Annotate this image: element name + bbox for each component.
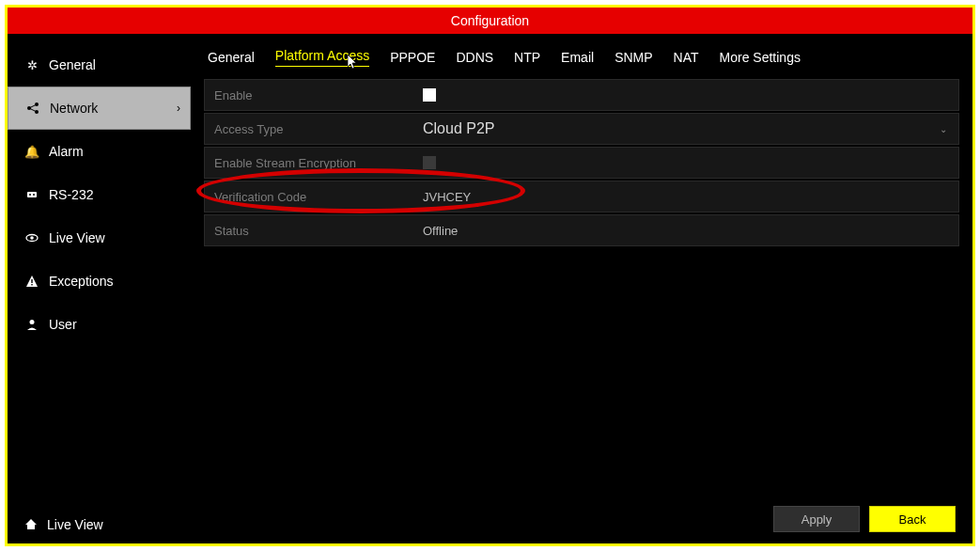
sidebar-item-label: Network: [50, 101, 98, 116]
back-button[interactable]: Back: [869, 506, 956, 532]
tabs: General Platform Access PPPOE DDNS NTP E…: [204, 43, 959, 71]
svg-line-3: [29, 104, 37, 108]
sidebar-item-label: User: [49, 317, 77, 332]
user-icon: [24, 317, 39, 332]
svg-marker-14: [25, 519, 37, 529]
tab-ddns[interactable]: DDNS: [456, 50, 493, 65]
sidebar-item-liveview[interactable]: Live View: [8, 216, 191, 260]
apply-button-label: Apply: [801, 512, 832, 527]
tab-nat[interactable]: NAT: [674, 50, 699, 65]
tab-snmp[interactable]: SNMP: [614, 50, 652, 65]
tab-platform-access[interactable]: Platform Access: [275, 48, 369, 67]
bell-icon: 🔔: [24, 144, 39, 159]
sidebar-item-network[interactable]: Network ›: [8, 87, 191, 130]
svg-point-13: [30, 320, 35, 324]
svg-line-4: [29, 108, 37, 112]
row-stream-encryption: Enable Stream Encryption: [204, 147, 959, 179]
checkbox-stream-encryption: [423, 156, 436, 169]
svg-point-6: [29, 194, 31, 196]
sidebar-item-label: Live View: [49, 230, 105, 245]
tab-pppoe[interactable]: PPPOE: [390, 50, 435, 65]
row-status: Status Offline: [204, 214, 959, 246]
sidebar-footer-label: Live View: [47, 517, 103, 532]
home-icon: [24, 517, 38, 533]
select-access-type[interactable]: Cloud P2P ⌄: [423, 120, 958, 137]
label-enable: Enable: [205, 88, 423, 102]
value-stream-encryption: [423, 156, 958, 169]
sidebar: ✲ General Network › 🔔 Alarm RS-232: [8, 34, 191, 543]
sidebar-item-label: RS-232: [49, 187, 93, 202]
plug-icon: [24, 187, 39, 202]
value-verification-code: JVHCEY: [423, 190, 958, 204]
form: Enable Access Type Cloud P2P ⌄ Enable St…: [204, 79, 959, 248]
sidebar-item-general[interactable]: ✲ General: [8, 43, 191, 87]
tab-general[interactable]: General: [208, 50, 255, 65]
label-access-type: Access Type: [205, 122, 423, 136]
label-verification-code: Verification Code: [205, 190, 423, 204]
network-icon: [25, 101, 40, 116]
footer-buttons: Apply Back: [773, 506, 956, 532]
sidebar-item-label: General: [49, 57, 96, 72]
tab-email[interactable]: Email: [561, 50, 594, 65]
caret-down-icon: ⌄: [940, 124, 947, 134]
title-text: Configuration: [451, 13, 529, 28]
label-status: Status: [205, 224, 423, 238]
row-access-type: Access Type Cloud P2P ⌄: [204, 113, 959, 145]
checkbox-enable[interactable]: [423, 88, 436, 102]
titlebar: Configuration: [8, 8, 972, 34]
chevron-right-icon: ›: [177, 102, 180, 115]
sidebar-item-label: Exceptions: [49, 274, 113, 289]
label-stream-encryption: Enable Stream Encryption: [205, 156, 423, 170]
sidebar-item-label: Alarm: [49, 144, 84, 159]
sidebar-item-exceptions[interactable]: Exceptions: [8, 260, 191, 303]
eye-icon: [24, 230, 39, 245]
sidebar-footer-liveview[interactable]: Live View: [8, 506, 191, 543]
svg-point-9: [30, 236, 34, 240]
sidebar-item-user[interactable]: User: [8, 303, 191, 346]
gear-icon: ✲: [24, 57, 39, 72]
row-verification-code: Verification Code JVHCEY: [204, 181, 959, 213]
select-access-type-value: Cloud P2P: [423, 120, 495, 137]
svg-rect-12: [31, 284, 32, 286]
svg-rect-5: [27, 192, 37, 197]
row-enable: Enable: [204, 79, 959, 111]
main-panel: General Platform Access PPPOE DDNS NTP E…: [191, 34, 972, 543]
sidebar-item-alarm[interactable]: 🔔 Alarm: [8, 130, 191, 173]
value-enable: [423, 88, 958, 102]
svg-point-7: [33, 194, 35, 196]
sidebar-item-rs232[interactable]: RS-232: [8, 173, 191, 216]
warn-icon: [24, 274, 39, 289]
apply-button[interactable]: Apply: [773, 506, 860, 532]
back-button-label: Back: [899, 512, 926, 527]
svg-rect-11: [31, 279, 32, 283]
value-status: Offline: [423, 224, 958, 238]
tab-more-settings[interactable]: More Settings: [720, 50, 801, 65]
tab-ntp[interactable]: NTP: [514, 50, 540, 65]
